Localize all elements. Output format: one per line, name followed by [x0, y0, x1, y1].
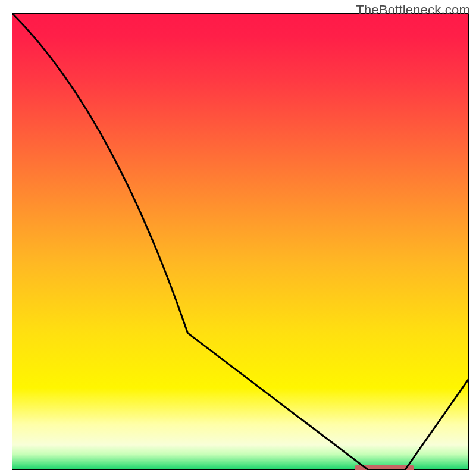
chart-stage: TheBottleneck.com [0, 0, 476, 476]
gradient-panel [12, 13, 469, 470]
bottleneck-chart [12, 13, 469, 470]
